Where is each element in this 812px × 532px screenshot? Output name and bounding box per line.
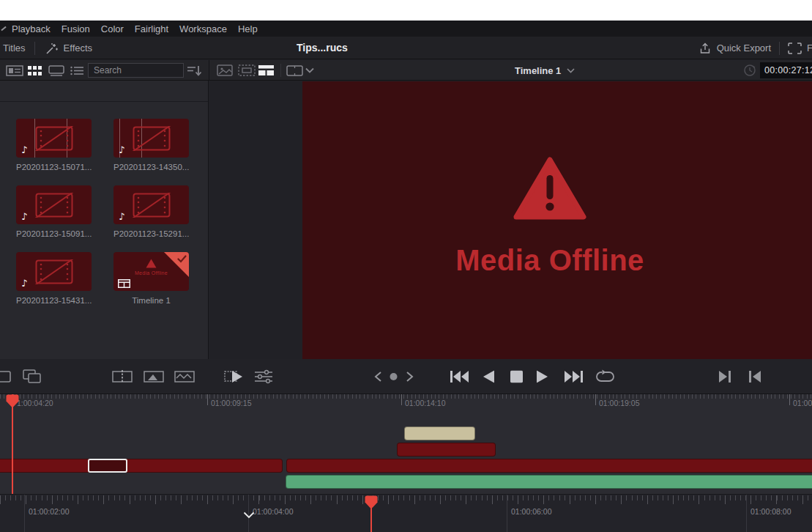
keyframe-tool-button[interactable] xyxy=(144,370,164,383)
zoomed-timecode-label: 01:00:02:00 xyxy=(29,507,69,516)
check-icon xyxy=(177,255,187,263)
menu-item-fusion[interactable]: Fusion xyxy=(62,23,90,34)
timeline-view-icon xyxy=(258,65,274,75)
source-tape-icon xyxy=(238,64,256,76)
zoomed-timecode-label: 01:00:06:00 xyxy=(511,507,551,516)
viewer-resize-icon xyxy=(286,65,303,76)
preview-clip-button[interactable] xyxy=(224,369,245,384)
effects-button[interactable]: Effects xyxy=(44,41,93,56)
media-pool-item-clip[interactable]: ♪ P20201123-15071... xyxy=(16,119,97,171)
menu-item-fairlight[interactable]: Fairlight xyxy=(135,23,168,34)
timeline-clip-video[interactable] xyxy=(286,459,812,473)
metadata-view-button[interactable] xyxy=(6,60,23,81)
menu-item-workspace[interactable]: Workspace xyxy=(179,23,227,34)
media-pool-item-clip[interactable]: ♪ P20201123-15431... xyxy=(16,252,97,305)
duplicate-timeline-button[interactable] xyxy=(22,369,42,385)
step-back-button[interactable] xyxy=(374,371,382,383)
timeline-clip-audio[interactable] xyxy=(286,475,812,489)
clip-label: P20201123-15091... xyxy=(16,229,92,238)
media-offline-clip-icon xyxy=(35,193,73,218)
timeline-selector[interactable]: Timeline 1 xyxy=(515,60,575,81)
playhead-pin[interactable] xyxy=(365,495,378,509)
viewer-options-dropdown[interactable] xyxy=(305,60,314,81)
timeline-clip-video[interactable] xyxy=(397,443,496,457)
timeline-clip-video[interactable] xyxy=(0,459,283,473)
menu-item-help[interactable]: Help xyxy=(238,23,258,34)
clip-thumbnail: ♪ xyxy=(113,185,189,224)
menu-item-color[interactable]: Color xyxy=(101,23,124,34)
thumbnail-view-icon xyxy=(28,66,42,75)
clip-label: P20201123-15431... xyxy=(16,296,92,305)
magic-wand-icon xyxy=(44,41,59,56)
zoomed-grid-line xyxy=(24,495,25,532)
timeline-icon xyxy=(118,279,130,288)
media-pool-header xyxy=(0,81,208,102)
viewer-panel[interactable]: Media Offline xyxy=(302,81,812,359)
timecode-display[interactable]: 00:00:27:12 xyxy=(760,62,812,78)
timeline-zoomed[interactable]: 01:00:02:0001:00:04:0001:00:06:0001:00:0… xyxy=(0,495,812,532)
zoomed-ruler-ticks-major xyxy=(0,495,812,504)
tools-button[interactable] xyxy=(254,369,273,384)
audio-note-icon: ♪ xyxy=(119,211,124,222)
play-button[interactable] xyxy=(537,370,548,383)
play-reverse-button[interactable] xyxy=(483,370,494,383)
media-pool-item-clip[interactable]: ♪ P20201123-15291... xyxy=(113,185,194,238)
split-clip-button[interactable] xyxy=(112,370,133,383)
playhead-stem xyxy=(12,394,13,495)
sort-button[interactable] xyxy=(187,60,203,81)
thumbnail-view-button[interactable] xyxy=(28,60,42,81)
transport-toolbar xyxy=(0,359,812,394)
ruler-section-tick xyxy=(789,394,790,405)
sort-icon xyxy=(187,65,203,76)
playhead-pin[interactable] xyxy=(6,394,19,408)
project-title: Tips...rucs xyxy=(297,42,348,53)
viewer-resize-button[interactable] xyxy=(286,60,303,81)
fullscreen-icon xyxy=(788,43,802,54)
go-to-end-button[interactable] xyxy=(564,371,583,383)
media-pool-item-timeline[interactable]: Media Offline Timeline 1 xyxy=(113,252,194,305)
current-frame-indicator[interactable] xyxy=(389,372,398,381)
fullscreen-label: Full xyxy=(807,43,812,53)
menu-partial-glyph xyxy=(1,26,6,32)
list-view-button[interactable] xyxy=(70,60,83,81)
loop-button[interactable] xyxy=(595,369,615,384)
retime-tool-button[interactable] xyxy=(174,370,195,383)
timeline-clip-title[interactable] xyxy=(404,426,475,440)
cut-tool-partial-button[interactable] xyxy=(0,370,12,383)
ruler-section-tick xyxy=(207,394,208,405)
strip-view-icon xyxy=(48,65,64,76)
zoomed-timecode-label: 01:00:08:00 xyxy=(750,507,791,516)
clip-thumbnail: ♪ xyxy=(16,185,92,224)
playhead-position-marker xyxy=(243,511,255,519)
timeline-clip-selected[interactable] xyxy=(88,459,127,473)
media-pool-panel: ♪ P20201123-15071... ♪ P20201123-14350..… xyxy=(0,81,209,359)
metadata-view-icon xyxy=(6,65,23,76)
go-to-start-button[interactable] xyxy=(450,371,469,383)
source-clip-view-button[interactable] xyxy=(217,60,233,81)
ruler-section-tick xyxy=(401,394,402,405)
quick-export-button[interactable]: Quick Export xyxy=(699,42,771,55)
source-tape-view-button[interactable] xyxy=(238,60,256,81)
audio-note-icon: ♪ xyxy=(21,211,27,222)
stop-button[interactable] xyxy=(510,370,523,383)
clip-label: P20201123-14350... xyxy=(113,163,189,171)
media-pool-item-clip[interactable]: ♪ P20201123-14350... xyxy=(113,119,194,171)
davinci-resolve-window: PlaybackFusionColorFairlightWorkspaceHel… xyxy=(0,0,812,532)
media-pool-item-clip[interactable]: ♪ P20201123-15091... xyxy=(16,185,97,238)
photo-icon xyxy=(217,64,233,76)
audio-note-icon: ♪ xyxy=(119,144,124,155)
go-to-first-frame-button[interactable] xyxy=(748,371,761,383)
strip-view-button[interactable] xyxy=(48,60,64,81)
fullscreen-button[interactable]: Full xyxy=(788,43,812,54)
search-input[interactable] xyxy=(88,63,184,78)
step-forward-button[interactable] xyxy=(406,371,414,383)
titles-button[interactable]: Titles xyxy=(3,43,26,53)
menu-item-playback[interactable]: Playback xyxy=(12,23,51,34)
overview-timecode-label: 01:00:14:10 xyxy=(405,399,445,407)
timeline-selector-label: Timeline 1 xyxy=(515,65,561,76)
toolbar-divider xyxy=(280,64,281,77)
timeline-overview[interactable]: 1:00:04:2001:00:09:1501:00:14:1001:00:19… xyxy=(0,394,812,495)
play-to-last-frame-button[interactable] xyxy=(719,371,731,383)
zoomed-grid-line xyxy=(507,495,507,532)
timeline-view-button[interactable] xyxy=(258,60,274,81)
